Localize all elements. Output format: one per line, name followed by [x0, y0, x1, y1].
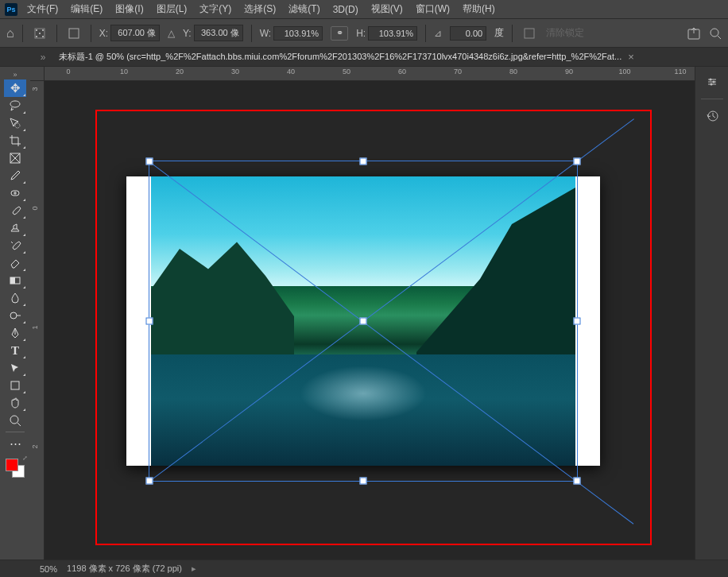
x-field[interactable]: X: 607.00 像	[99, 25, 160, 41]
menu-window[interactable]: 窗口(W)	[412, 1, 453, 17]
brush-tool[interactable]	[4, 202, 26, 219]
h-value[interactable]: 103.91%	[368, 26, 417, 41]
transform-handle-n[interactable]	[360, 158, 367, 165]
transform-ref-icon[interactable]	[31, 25, 48, 42]
svg-line-24	[17, 423, 21, 426]
menu-type[interactable]: 文字(Y)	[196, 1, 234, 17]
transform-bounding-box[interactable]	[149, 161, 578, 482]
transform-handle-ne[interactable]	[574, 158, 581, 165]
path-select-tool[interactable]	[4, 359, 26, 377]
svg-point-23	[10, 416, 18, 424]
svg-point-11	[15, 123, 20, 128]
gradient-tool[interactable]	[4, 272, 26, 289]
transform-handle-se[interactable]	[574, 478, 581, 485]
svg-point-20	[10, 312, 17, 319]
svg-rect-19	[10, 277, 15, 284]
svg-point-4	[42, 36, 44, 37]
move-tool[interactable]: ✥	[4, 79, 26, 97]
dodge-tool[interactable]	[4, 307, 26, 324]
pen-tool[interactable]	[4, 324, 26, 342]
search-icon[interactable]	[709, 27, 722, 40]
x-value[interactable]: 607.00 像	[110, 25, 160, 41]
tools-panel: » ✥ T ⋯ ⤢	[0, 67, 30, 560]
svg-point-29	[712, 81, 714, 83]
history-brush-tool[interactable]	[4, 237, 26, 254]
swap-colors-icon[interactable]: ⤢	[22, 455, 28, 462]
svg-point-2	[42, 29, 44, 31]
menu-3d[interactable]: 3D(D)	[330, 2, 362, 17]
interpolation-icon[interactable]	[521, 25, 538, 42]
svg-rect-22	[11, 381, 19, 389]
frame-tool[interactable]	[4, 149, 26, 167]
blur-tool[interactable]	[4, 289, 26, 307]
link-aspect-icon[interactable]: ⚭	[331, 26, 348, 41]
menu-select[interactable]: 选择(S)	[241, 1, 279, 17]
transform-handle-e[interactable]	[574, 318, 581, 325]
crop-tool[interactable]	[4, 132, 26, 149]
zoom-level[interactable]: 50%	[40, 564, 57, 574]
history-panel-icon[interactable]	[700, 106, 724, 126]
h-label: H:	[356, 28, 366, 39]
transform-handle-sw[interactable]	[146, 478, 153, 485]
app-logo: Ps	[5, 3, 17, 16]
transform-handle-center[interactable]	[360, 318, 367, 325]
ruler-horizontal[interactable]: 0102030405060708090100110	[45, 67, 695, 81]
menu-view[interactable]: 视图(V)	[368, 1, 406, 17]
status-bar: 50% 1198 像素 x 726 像素 (72 ppi) ▸	[0, 560, 728, 577]
svg-point-28	[709, 79, 711, 81]
collapse-panels-icon[interactable]: »	[35, 52, 51, 63]
home-icon[interactable]: ⌂	[6, 26, 14, 41]
w-field[interactable]: W: 103.91%	[260, 26, 323, 41]
delta-icon[interactable]: △	[168, 28, 175, 39]
menu-edit[interactable]: 编辑(E)	[68, 1, 106, 17]
document-tab[interactable]: 未标题-1 @ 50% (src=http_%2F%2Fattach.bbs.m…	[51, 48, 642, 65]
menu-layer[interactable]: 图层(L)	[153, 1, 191, 17]
edit-toolbar-icon[interactable]: ⋯	[4, 435, 26, 452]
status-menu-icon[interactable]: ▸	[192, 563, 196, 574]
expand-tools-icon[interactable]: »	[0, 70, 30, 79]
svg-point-3	[36, 36, 37, 37]
y-value[interactable]: 363.00 像	[194, 25, 243, 41]
transform-handle-w[interactable]	[146, 318, 153, 325]
x-label: X:	[99, 28, 108, 39]
menu-help[interactable]: 帮助(H)	[459, 1, 498, 17]
y-label: Y:	[183, 28, 192, 39]
foreground-color[interactable]	[6, 459, 18, 471]
svg-point-9	[711, 29, 718, 37]
angle-value[interactable]: 0.00	[450, 26, 486, 41]
menu-file[interactable]: 文件(F)	[24, 1, 61, 17]
right-panel-dock	[695, 67, 728, 560]
share-icon[interactable]	[687, 26, 701, 41]
ruler-vertical[interactable]: 30123	[30, 81, 45, 560]
clone-stamp-tool[interactable]	[4, 219, 26, 237]
svg-point-5	[39, 33, 41, 34]
w-value[interactable]: 103.91%	[273, 26, 323, 41]
canvas-area[interactable]: 0102030405060708090100110 30123	[30, 67, 695, 560]
menu-bar: Ps 文件(F) 编辑(E) 图像(I) 图层(L) 文字(Y) 选择(S) 滤…	[0, 0, 728, 19]
document-dimensions[interactable]: 1198 像素 x 726 像素 (72 ppi)	[67, 563, 182, 575]
hand-tool[interactable]	[4, 394, 26, 412]
properties-panel-icon[interactable]	[700, 72, 724, 92]
svg-rect-7	[525, 29, 534, 38]
transform-handle-nw[interactable]	[146, 158, 153, 165]
clear-lock-label[interactable]: 清除锁定	[546, 26, 584, 40]
healing-brush-tool[interactable]	[4, 184, 26, 202]
eraser-tool[interactable]	[4, 254, 26, 272]
quick-select-tool[interactable]	[4, 114, 26, 132]
shape-tool[interactable]	[4, 377, 26, 394]
menu-image[interactable]: 图像(I)	[112, 1, 146, 17]
ruler-origin[interactable]	[30, 67, 45, 81]
svg-line-10	[718, 36, 721, 39]
menu-filter[interactable]: 滤镜(T)	[285, 1, 323, 17]
bounding-box-icon[interactable]	[65, 25, 83, 42]
zoom-tool[interactable]	[4, 412, 26, 429]
type-tool[interactable]: T	[4, 342, 26, 359]
lasso-tool[interactable]	[4, 97, 26, 114]
document-tab-bar: » 未标题-1 @ 50% (src=http_%2F%2Fattach.bbs…	[0, 48, 728, 67]
close-tab-icon[interactable]: ×	[628, 51, 634, 63]
y-field[interactable]: Y: 363.00 像	[183, 25, 243, 41]
eyedropper-tool[interactable]	[4, 167, 26, 184]
h-field[interactable]: H: 103.91%	[356, 26, 417, 41]
transform-handle-s[interactable]	[360, 478, 367, 485]
color-swatches[interactable]: ⤢	[4, 457, 26, 479]
